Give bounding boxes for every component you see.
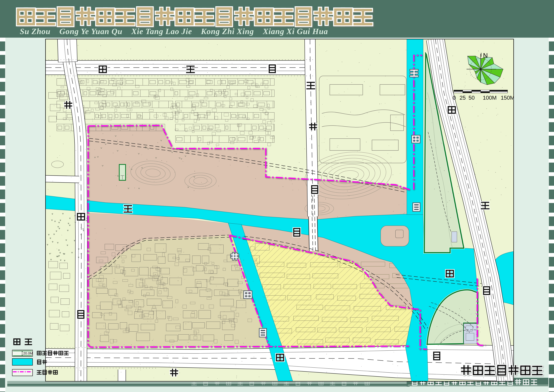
svg-text:Su Zhou Gong Ye Yuan Qu: Su Zhou Gong Ye Yuan Qu Xie Tang Lao Jie… (20, 27, 328, 36)
svg-text:100M: 100M (483, 95, 497, 101)
svg-text:N: N (483, 52, 488, 59)
svg-text:20.0M: 20.0M (23, 351, 33, 355)
svg-text:150M: 150M (501, 95, 515, 101)
svg-text:50: 50 (469, 95, 475, 101)
svg-text:25: 25 (460, 95, 466, 101)
svg-text:0: 0 (453, 95, 456, 101)
